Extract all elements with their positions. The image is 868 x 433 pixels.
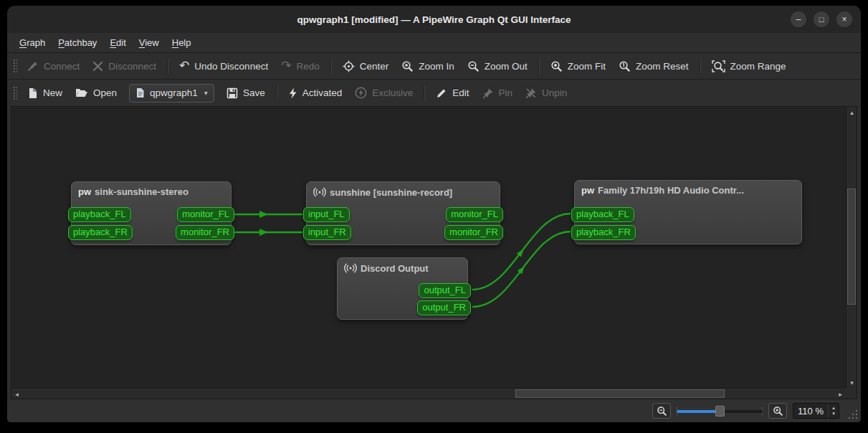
zoom-range-label: Zoom Range [730,61,786,72]
zoom-slider-track-filled[interactable] [677,410,720,413]
pipewire-icon: pw [581,186,594,195]
node-title: sink-sunshine-stereo [95,186,189,197]
menu-graph[interactable]: Graph [13,34,52,51]
disconnect-button[interactable]: Disconnect [86,53,163,79]
port-input-fl[interactable]: input_FL [303,207,350,222]
save-button[interactable]: Save [220,80,272,106]
redo-icon: ↷ [281,61,291,71]
scroll-down-button[interactable]: ▾ [846,377,857,388]
node-sink-sunshine-stereo[interactable]: pw sink-sunshine-stereo playback_FL play… [71,181,232,245]
menu-help[interactable]: Help [166,34,198,51]
graph-canvas-frame: pw sink-sunshine-stereo playback_FL play… [11,106,857,399]
arrowhead [259,211,268,218]
patchbay-select[interactable]: qpwgraph1 ▾ [129,84,214,103]
graph-toolbar: Connect Disconnect ↶ Undo Disconnect ↷ R… [7,52,861,79]
connection-wires [11,107,846,388]
patchbay-file-icon [135,87,145,98]
node-family-hd-audio[interactable]: pw Family 17h/19h HD Audio Contr... play… [574,180,802,244]
port-playback-fl[interactable]: playback_FL [571,207,634,222]
menu-edit[interactable]: Edit [103,34,132,51]
unpin-label: Unpin [542,87,567,98]
horizontal-scrollbar-thumb[interactable] [515,389,725,398]
connect-button[interactable]: Connect [21,53,86,79]
resize-grip[interactable] [848,409,858,419]
exclusive-label: Exclusive [372,87,413,98]
port-monitor-fr[interactable]: monitor_FR [176,225,234,240]
zoom-range-button[interactable]: Zoom Range [705,53,793,79]
menu-view[interactable]: View [133,34,166,51]
arrowhead [518,265,527,275]
undo-label: Undo Disconnect [194,61,268,72]
node-header: pw sink-sunshine-stereo [72,182,231,197]
activated-button[interactable]: Activated [282,80,349,106]
zoom-slider[interactable] [677,404,763,417]
toolbar-grip[interactable] [12,85,17,101]
zoom-fit-button[interactable]: Zoom Fit [544,53,612,79]
redo-label: Redo [296,61,319,72]
edit-pencil-icon [436,87,447,99]
zoom-percent-spinbox[interactable]: 110 % ▴ ▾ [793,403,839,419]
close-icon: × [841,15,846,24]
spin-down-icon: ▾ [829,411,839,417]
close-button[interactable]: × [836,11,852,27]
redo-button[interactable]: ↷ Redo [275,53,326,79]
minimize-icon: – [796,15,801,24]
zoom-slider-handle[interactable] [715,406,725,417]
scroll-up-button[interactable]: ▴ [846,107,857,118]
zoom-range-icon [712,60,725,72]
open-button[interactable]: Open [69,80,123,106]
stream-icon [344,262,357,274]
exclusive-button[interactable]: Exclusive [348,80,419,106]
port-output-fr[interactable]: output_FR [417,300,471,315]
titlebar[interactable]: qpwgraph1 [modified] — A PipeWire Graph … [7,6,861,33]
port-playback-fr[interactable]: playback_FR [571,225,636,240]
node-discord-output[interactable]: Discord Output output_FL output_FR [337,257,468,320]
window-controls: – □ × [791,11,852,27]
port-playback-fl[interactable]: playback_FL [68,207,131,222]
center-button[interactable]: Center [336,53,396,79]
menu-patchbay[interactable]: Patchbay [52,34,103,51]
undo-button[interactable]: ↶ Undo Disconnect [173,53,275,79]
zoom-out-button[interactable]: Zoom Out [461,53,534,79]
port-monitor-fr[interactable]: monitor_FR [444,225,503,240]
zoom-percent-steppers[interactable]: ▴ ▾ [828,404,839,418]
node-title: Discord Output [361,263,429,274]
statusbar-zoom-in-button[interactable] [768,403,787,419]
disconnect-icon [92,61,103,72]
unpin-button[interactable]: Unpin [519,80,573,106]
zoom-out-label: Zoom Out [485,61,528,72]
node-sunshine[interactable]: sunshine [sunshine-record] input_FL inpu… [306,181,500,245]
toolbar-grip[interactable] [12,58,17,74]
port-output-fl[interactable]: output_FL [419,283,471,298]
unpin-icon [525,87,537,99]
pin-button[interactable]: Pin [476,80,520,106]
save-label: Save [243,87,265,98]
port-monitor-fl[interactable]: monitor_FL [446,207,503,222]
arrowhead [259,229,268,236]
port-input-fr[interactable]: input_FR [303,225,351,240]
vertical-scrollbar[interactable]: ▴ ▾ [846,107,857,388]
scroll-right-button[interactable]: ▸ [835,389,846,399]
open-label: Open [93,87,117,98]
vertical-scrollbar-thumb[interactable] [847,189,856,305]
zoom-in-button[interactable]: Zoom In [395,53,461,79]
edit-button[interactable]: Edit [429,80,475,106]
horizontal-scrollbar[interactable]: ◂ ▸ [11,388,846,399]
port-monitor-fl[interactable]: monitor_FL [177,207,234,222]
scroll-left-button[interactable]: ◂ [11,389,22,399]
statusbar-zoom-out-button[interactable] [652,403,671,419]
zoom-slider-track[interactable] [720,410,763,413]
scrollbar-corner [846,388,857,399]
port-playback-fr[interactable]: playback_FR [68,225,133,240]
zoom-out-icon [467,60,480,72]
toolbar-separator [424,85,425,101]
zoom-reset-button[interactable]: Zoom Reset [612,53,695,79]
minimize-button[interactable]: – [791,11,806,27]
new-button[interactable]: New [21,80,69,106]
graph-canvas[interactable]: pw sink-sunshine-stereo playback_FL play… [11,107,846,388]
scroll-right-icon: ▸ [839,391,842,398]
new-file-icon [27,87,38,99]
center-icon [343,60,355,72]
maximize-button[interactable]: □ [814,11,829,27]
patchbay-toolbar: New Open qpwgraph1 ▾ Save [7,79,861,106]
